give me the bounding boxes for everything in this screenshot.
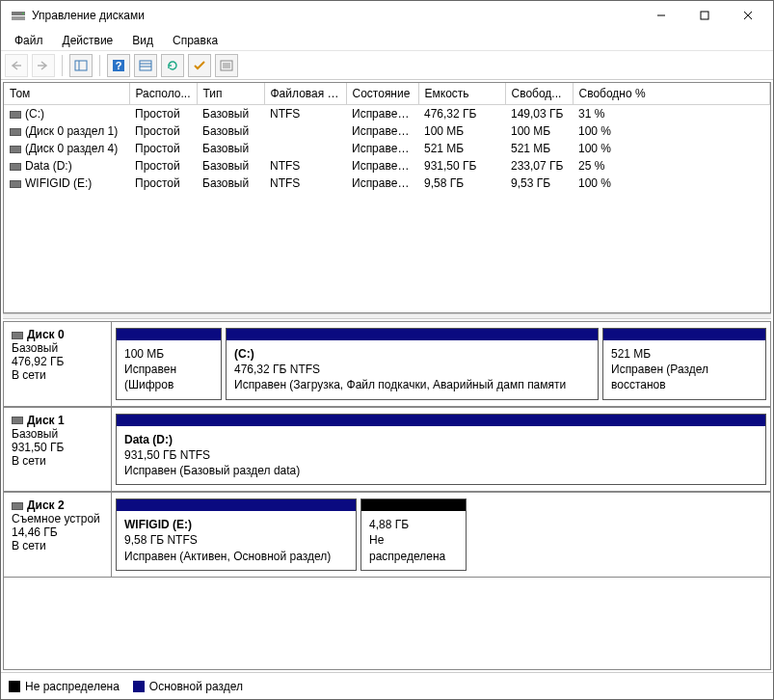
disk-row-1: Диск 1 Базовый 931,50 ГБ В сети Data (D:… [4,408,770,494]
panel-icon[interactable] [69,54,93,77]
toolbar-separator [62,55,63,76]
disk-label[interactable]: Диск 1 Базовый 931,50 ГБ В сети [4,408,112,492]
list-icon[interactable] [215,54,238,77]
refresh-icon[interactable] [161,54,184,77]
disk-management-window: Управление дисками Файл Действие Вид Спр… [0,0,774,700]
cell-type: Базовый [197,105,264,123]
table-row[interactable]: Data (D:)ПростойБазовыйNTFSИсправен...93… [4,157,770,175]
volume-name: (C:) [25,107,44,121]
cell-free: 521 МБ [505,140,573,157]
partition-header [603,329,765,340]
disk-name: Диск 2 [27,498,65,512]
cell-status: Исправен... [346,157,418,175]
disk-status: В сети [12,368,103,382]
svg-rect-1 [12,16,25,20]
disk-size: 931,50 ГБ [12,441,103,454]
partition[interactable]: 100 МБ Исправен (Шифров [116,328,222,400]
menu-file[interactable]: Файл [5,32,53,49]
cell-freepct: 25 % [573,157,770,175]
cell-freepct: 100 % [573,140,770,157]
disk-status: В сети [12,539,103,552]
partition[interactable]: WIFIGID (E:) 9,58 ГБ NTFS Исправен (Акти… [116,498,357,571]
window-buttons [639,1,769,30]
cell-fs: NTFS [264,157,346,175]
volume-icon [10,111,21,119]
partition-name: WIFIGID (E:) [124,517,348,532]
partition[interactable]: Data (D:) 931,50 ГБ NTFS Исправен (Базов… [116,414,766,486]
cell-fs: NTFS [264,105,346,123]
svg-rect-4 [701,12,708,19]
back-button[interactable] [5,54,28,77]
table-row[interactable]: (Диск 0 раздел 1)ПростойБазовыйИсправен.… [4,122,770,140]
volume-list[interactable]: Том Располо... Тип Файловая с... Состоян… [3,82,771,313]
help-icon[interactable]: ? [107,54,130,77]
col-volume[interactable]: Том [4,83,129,105]
col-fs[interactable]: Файловая с... [264,83,346,105]
table-row[interactable]: (C:)ПростойБазовыйNTFSИсправен...476,32 … [4,105,770,123]
partition-unallocated[interactable]: 4,88 ГБ Не распределена [360,498,467,571]
col-freepct[interactable]: Свободно % [573,83,770,105]
grid-icon[interactable] [134,54,157,77]
disk-size: 476,92 ГБ [12,355,103,368]
partition-size: 100 МБ [124,346,213,362]
partition[interactable]: (C:) 476,32 ГБ NTFS Исправен (Загрузка, … [226,328,599,400]
cell-freepct: 100 % [573,175,770,192]
volume-name: WIFIGID (E:) [25,176,92,190]
col-capacity[interactable]: Емкость [418,83,505,105]
partition-content: (C:) 476,32 ГБ NTFS Исправен (Загрузка, … [227,340,598,399]
col-free[interactable]: Свобод... [505,83,573,105]
partition-size: 9,58 ГБ NTFS [124,532,348,548]
partition-content: WIFIGID (E:) 9,58 ГБ NTFS Исправен (Акти… [117,511,356,570]
svg-text:?: ? [116,60,122,71]
volume-name: Data (D:) [25,159,72,173]
partition-header [117,499,356,511]
svg-rect-11 [140,61,151,70]
cell-fs [264,140,346,157]
cell-type: Базовый [197,175,264,192]
disk-size: 14,46 ГБ [12,525,103,539]
cell-type: Базовый [197,157,264,175]
cell-status: Исправен... [346,140,418,157]
disk-label[interactable]: Диск 0 Базовый 476,92 ГБ В сети [4,322,112,406]
cell-status: Исправен... [346,122,418,140]
minimize-button[interactable] [639,1,682,30]
col-status[interactable]: Состояние [346,83,418,105]
table-row[interactable]: WIFIGID (E:)ПростойБазовыйNTFSИсправен..… [4,175,770,192]
col-layout[interactable]: Располо... [129,83,197,105]
menu-action[interactable]: Действие [53,32,123,49]
partition-content: 4,88 ГБ Не распределена [361,511,466,570]
legend-label: Не распределена [25,680,120,693]
partition-header [361,499,466,511]
close-button[interactable] [726,1,769,30]
splitter[interactable] [3,313,771,319]
forward-button[interactable] [32,54,55,77]
cell-vol: (Диск 0 раздел 4) [4,140,129,157]
table-body: (C:)ПростойБазовыйNTFSИсправен...476,32 … [4,105,770,193]
col-type[interactable]: Тип [197,83,264,105]
partition-content: Data (D:) 931,50 ГБ NTFS Исправен (Базов… [117,426,765,485]
cell-fs: NTFS [264,175,346,192]
legend: Не распределена Основной раздел [1,672,773,699]
cell-fs [264,122,346,140]
partition[interactable]: 521 МБ Исправен (Раздел восстанов [602,328,766,400]
menubar: Файл Действие Вид Справка [1,30,773,51]
partition-size: 4,88 ГБ [369,517,458,532]
svg-rect-7 [75,61,87,70]
check-icon[interactable] [188,54,211,77]
cell-layout: Простой [129,122,197,140]
menu-view[interactable]: Вид [122,32,163,49]
cell-free: 233,07 ГБ [505,157,573,175]
disk-label[interactable]: Диск 2 Съемное устрой 14,46 ГБ В сети [4,493,112,577]
cell-free: 149,03 ГБ [505,105,573,123]
partition-content: 100 МБ Исправен (Шифров [117,340,221,399]
menu-help[interactable]: Справка [163,32,227,49]
partition-status: Исправен (Базовый раздел data) [124,463,758,478]
empty-space [470,498,766,571]
table-row[interactable]: (Диск 0 раздел 4)ПростойБазовыйИсправен.… [4,140,770,157]
maximize-button[interactable] [682,1,726,30]
volume-icon [10,163,21,171]
partition-header [227,329,598,340]
cell-type: Базовый [197,140,264,157]
volume-name: (Диск 0 раздел 4) [25,142,118,155]
cell-type: Базовый [197,122,264,140]
